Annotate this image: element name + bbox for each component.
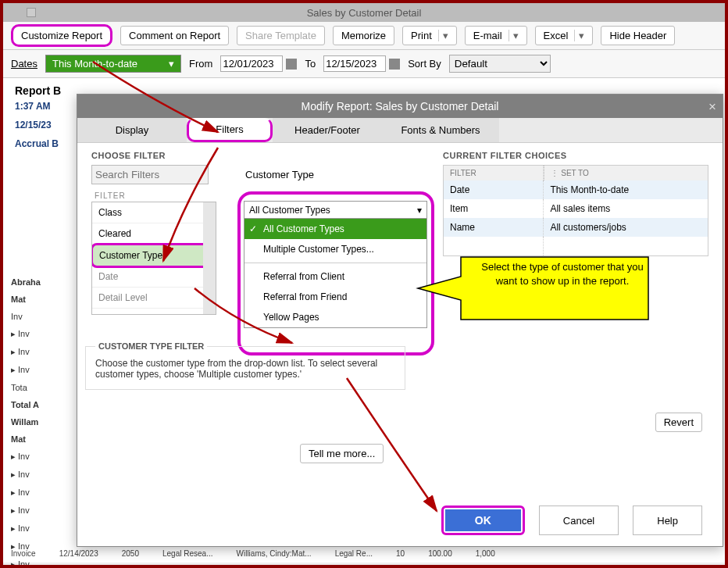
filter-list-item[interactable]: Customer Type [91, 243, 216, 268]
filter-list-item[interactable]: Date [92, 266, 216, 288]
customer-type-dropdown-panel[interactable]: All Customer Types Multiple Customer Typ… [244, 218, 427, 328]
window-titlebar: Sales by Customer Detail [3, 3, 725, 22]
cancel-button[interactable]: Cancel [539, 505, 619, 535]
help-button[interactable]: Help [633, 505, 702, 535]
report-toolbar: Customize Report Comment on Report Share… [3, 22, 725, 50]
section-legend: CUSTOMER TYPE FILTER [95, 341, 207, 351]
filter-list-item[interactable]: Cleared [92, 223, 216, 245]
dialog-title: Modify Report: Sales by Customer Detail [302, 100, 499, 113]
to-date-input[interactable] [323, 55, 386, 72]
tell-me-more-button[interactable]: Tell me more... [300, 444, 384, 463]
share-template-button[interactable]: Share Template [237, 26, 325, 45]
dropdown-option[interactable]: Yellow Pages [244, 307, 426, 327]
table-row[interactable] [444, 237, 708, 255]
filters-tab-content: CHOOSE FILTER FILTER ClassClearedCustome… [77, 143, 723, 487]
dropdown-option[interactable]: Referral from Friend [244, 287, 426, 307]
chevron-down-icon: ▾ [169, 58, 174, 70]
table-row[interactable]: ItemAll sales items [444, 199, 708, 218]
hide-header-button[interactable]: Hide Header [601, 26, 675, 45]
dialog-titlebar: Modify Report: Sales by Customer Detail … [77, 95, 723, 118]
customer-type-filter-help: CUSTOMER TYPE FILTER Choose the customer… [85, 346, 405, 390]
dropdown-option[interactable]: Referral from Client [244, 266, 426, 287]
current-filter-choices: CURRENT FILTER CHOICES FILTER⋮ SET TO Da… [443, 151, 708, 319]
tab-display[interactable]: Display [77, 118, 187, 142]
chevron-down-icon[interactable]: ▾ [574, 30, 584, 41]
table-row[interactable]: DateThis Month-to-date [444, 180, 708, 199]
comment-report-button[interactable]: Comment on Report [120, 26, 229, 45]
filter-list[interactable]: ClassClearedCustomer TypeDateDetail Leve… [91, 202, 216, 315]
print-button[interactable]: Print▾ [402, 26, 457, 45]
help-text: Choose the customer type from the drop-d… [95, 358, 395, 380]
search-filters-input[interactable] [91, 165, 209, 184]
dates-label: Dates [11, 58, 37, 70]
ok-button[interactable]: OK [445, 509, 521, 531]
dialog-buttons: OK Cancel Help [441, 505, 702, 535]
close-icon[interactable]: × [708, 99, 716, 115]
tab-fonts-numbers[interactable]: Fonts & Numbers [382, 118, 499, 142]
dropdown-option[interactable]: All Customer Types [244, 219, 426, 239]
sortby-select[interactable]: Default [449, 55, 551, 73]
revert-button[interactable]: Revert [655, 413, 702, 432]
tab-header-footer[interactable]: Header/Footer [273, 118, 382, 142]
email-button[interactable]: E-mail▾ [465, 26, 527, 45]
chevron-down-icon[interactable]: ▾ [509, 30, 519, 41]
customize-report-button[interactable]: Customize Report [11, 24, 112, 47]
date-range-select[interactable]: This Month-to-date▾ [45, 55, 181, 73]
from-label: From [189, 58, 212, 70]
window-icon [27, 8, 36, 17]
customer-type-select[interactable]: All Customer Types ▾ [244, 201, 427, 220]
excel-button[interactable]: Excel▾ [535, 26, 594, 45]
to-label: To [305, 58, 316, 70]
remove-selected-filter-button[interactable]: Remove Selected Filter [514, 299, 637, 319]
window-title: Sales by Customer Detail [307, 7, 422, 19]
customer-type-label: Customer Type [245, 169, 314, 180]
from-date-input[interactable] [220, 55, 283, 72]
dropdown-option[interactable]: Multiple Customer Types... [244, 239, 426, 259]
memorize-button[interactable]: Memorize [333, 26, 394, 45]
filter-list-item[interactable]: Class [92, 202, 216, 223]
sortby-label: Sort By [408, 58, 441, 70]
chevron-down-icon[interactable]: ▾ [438, 30, 448, 41]
calendar-icon[interactable] [389, 59, 400, 70]
filter-list-item[interactable]: Detail Level [92, 288, 216, 309]
scrollbar[interactable] [203, 202, 216, 314]
modify-report-dialog: Modify Report: Sales by Customer Detail … [77, 94, 723, 547]
tab-filters[interactable]: Filters [187, 118, 273, 142]
table-row[interactable]: NameAll customers/jobs [444, 218, 708, 237]
current-filter-table: FILTER⋮ SET TO DateThis Month-to-date It… [443, 165, 708, 256]
calendar-icon[interactable] [286, 59, 297, 70]
dates-row: Dates This Month-to-date▾ From To Sort B… [3, 50, 725, 78]
current-filter-label: CURRENT FILTER CHOICES [443, 151, 708, 160]
chevron-down-icon: ▾ [417, 205, 422, 216]
bottom-data-row: Invoice12/14/20232050 Legal Resea...Will… [11, 549, 717, 558]
dialog-tabs: Display Filters Header/Footer Fonts & Nu… [77, 118, 723, 143]
